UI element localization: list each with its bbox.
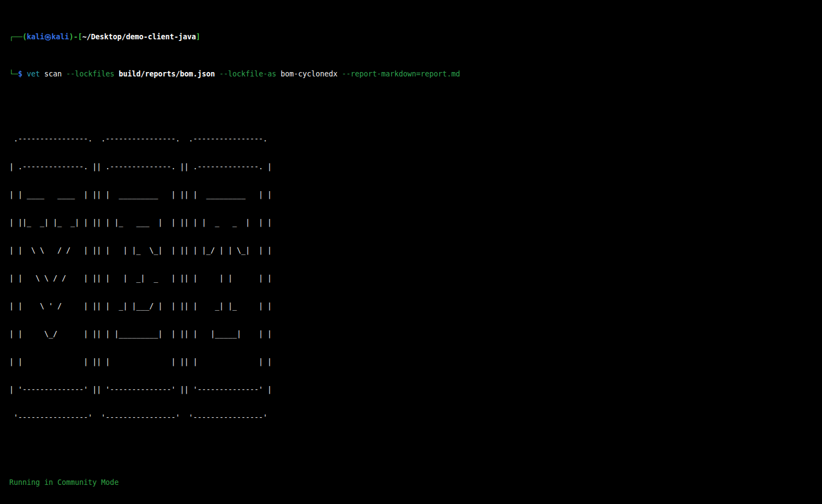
- command-flag-lockfile-as: --lockfile-as: [219, 70, 276, 78]
- banner-line: | | | || | | || | | |: [9, 357, 822, 366]
- dollar-sign: $: [18, 70, 27, 78]
- community-mode-line: Running in Community Mode: [9, 478, 822, 487]
- banner-line: | | \ \ / / | || | | |_ \_| | || | |_/ |…: [9, 246, 822, 255]
- user-host-text: kali㉿kali: [27, 33, 69, 41]
- command-space: [114, 70, 119, 78]
- banner-line: | | \ ' / | || | _| |___/ | | || | _| |_…: [9, 301, 822, 311]
- prompt-frame-close: ]: [196, 33, 201, 41]
- banner-line: | | \_/ | || | |_________| | || | |_____…: [9, 329, 822, 339]
- command-arg-bom-path: build/reports/bom.json: [119, 70, 215, 78]
- prompt-frame-open: ┌──(: [9, 33, 27, 41]
- command-part-scan: scan: [40, 70, 66, 78]
- banner-line: | ||_ _| |_ _| | || | |_ ___ | | || | | …: [9, 218, 822, 227]
- banner-line: | | \ \ / / | || | | _| _ | || | | | | |: [9, 274, 822, 283]
- prompt-path: ~/Desktop/demo-client-java: [82, 33, 196, 41]
- command-flag-report-markdown: --report-markdown=report.md: [342, 70, 460, 78]
- banner-line: | .--------------. || .--------------. |…: [9, 162, 822, 171]
- banner-line: '----------------' '----------------' '-…: [9, 413, 822, 422]
- banner-line: | | ____ ____ | || | _________ | || | __…: [9, 190, 822, 199]
- banner-line: | '--------------' || '--------------' |…: [9, 385, 822, 394]
- prompt-frame-bottom: └─: [9, 70, 18, 78]
- terminal-screen[interactable]: ┌──(kali㉿kali)-[~/Desktop/demo-client-ja…: [0, 0, 822, 504]
- banner-line: .----------------. .----------------. .-…: [9, 134, 822, 144]
- command-part-vet: vet: [27, 70, 40, 78]
- prompt-line-1: ┌──(kali㉿kali)-[~/Desktop/demo-client-ja…: [9, 32, 822, 41]
- vet-ascii-banner: .----------------. .----------------. .-…: [9, 116, 822, 441]
- command-flag-lockfiles: --lockfiles: [66, 70, 114, 78]
- command-arg-cyclonedx: bom-cyclonedx: [276, 70, 342, 78]
- prompt-frame-mid: )-[: [69, 33, 82, 41]
- prompt-line-2: └─$ vet scan --lockfiles build/reports/b…: [9, 69, 822, 79]
